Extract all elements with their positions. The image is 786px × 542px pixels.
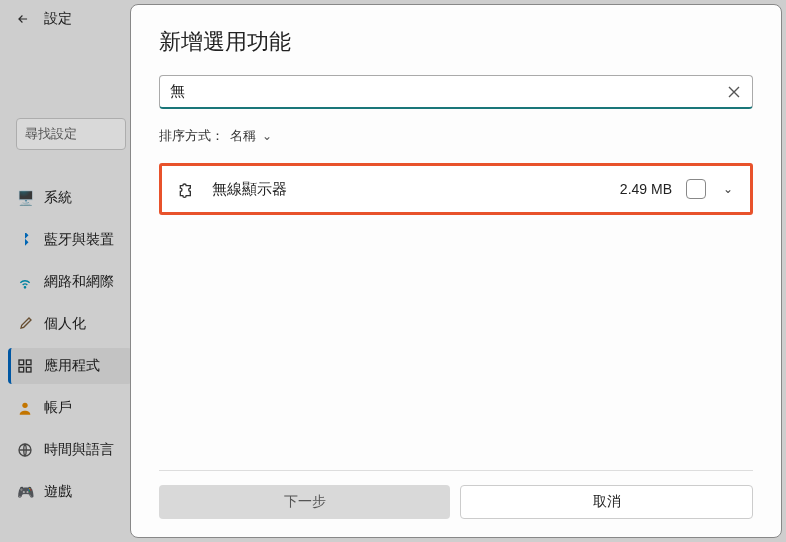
chevron-down-icon[interactable]: ⌄ [720,182,736,196]
sort-label: 排序方式： [159,127,224,145]
puzzle-icon [176,178,198,200]
feature-size: 2.49 MB [620,181,672,197]
feature-item-wireless-display[interactable]: 無線顯示器 2.49 MB ⌄ [159,163,753,215]
next-button[interactable]: 下一步 [159,485,450,519]
dialog-footer: 下一步 取消 [159,471,753,519]
feature-name: 無線顯示器 [212,180,606,199]
feature-search-input[interactable] [159,75,753,109]
dialog-title: 新增選用功能 [159,27,753,57]
feature-checkbox[interactable] [686,179,706,199]
cancel-button[interactable]: 取消 [460,485,753,519]
sort-value: 名稱 [230,127,256,145]
chevron-down-icon: ⌄ [262,129,272,143]
sort-control[interactable]: 排序方式： 名稱 ⌄ [159,127,753,145]
modal-overlay: 新增選用功能 排序方式： 名稱 ⌄ 無線顯示器 2.49 MB [0,0,786,542]
clear-search-button[interactable] [723,81,745,103]
add-optional-feature-dialog: 新增選用功能 排序方式： 名稱 ⌄ 無線顯示器 2.49 MB [130,4,782,538]
feature-list: 無線顯示器 2.49 MB ⌄ [159,163,753,471]
search-wrap [159,75,753,109]
